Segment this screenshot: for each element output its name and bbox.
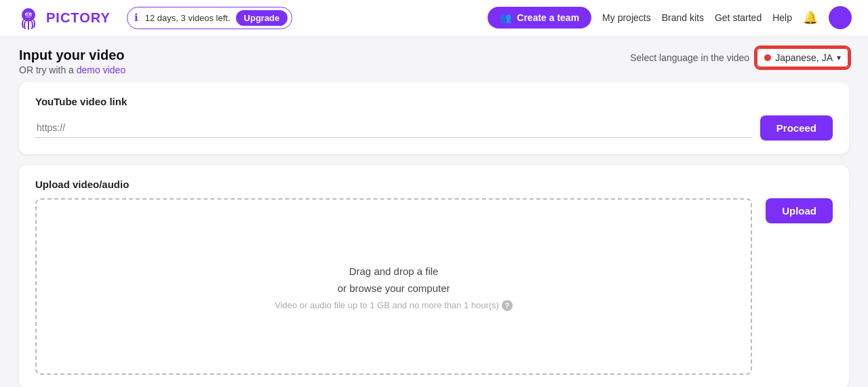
- subtitle-prefix: OR try with a: [19, 64, 74, 75]
- info-icon: ℹ: [134, 12, 138, 24]
- bell-icon[interactable]: 🔔: [803, 10, 818, 25]
- page-subtitle: OR try with a demo video: [19, 64, 125, 75]
- header: PICTORY ℹ 12 days, 3 videos left. Upgrad…: [0, 0, 868, 35]
- avatar[interactable]: [829, 6, 852, 29]
- upgrade-button[interactable]: Upgrade: [236, 10, 288, 26]
- lang-dot: [764, 54, 771, 61]
- lang-select-label: Select language in the video: [630, 52, 749, 63]
- language-selector[interactable]: Japanese, JA ▾: [756, 48, 849, 68]
- logo-icon: [16, 5, 41, 30]
- drag-drop-text-sub: Video or audio file up to 1 GB and no mo…: [275, 300, 513, 311]
- upload-dropzone[interactable]: Drag and drop a file or browse your comp…: [35, 198, 752, 375]
- page-title: Input your video: [19, 48, 125, 63]
- upload-button[interactable]: Upload: [766, 198, 833, 223]
- trial-text: 12 days, 3 videos left.: [145, 13, 231, 23]
- create-team-label: Create a team: [517, 12, 579, 23]
- nav-help[interactable]: Help: [772, 12, 792, 23]
- upload-row: Drag and drop a file or browse your comp…: [35, 198, 833, 375]
- youtube-input-row: Proceed: [35, 115, 833, 141]
- sub-header: Input your video OR try with a demo vide…: [0, 35, 868, 82]
- demo-video-link[interactable]: demo video: [77, 64, 125, 75]
- create-team-button[interactable]: 👥 Create a team: [488, 7, 591, 29]
- youtube-card: YouTube video link Proceed: [19, 82, 849, 154]
- page-title-block: Input your video OR try with a demo vide…: [19, 48, 125, 75]
- youtube-card-title: YouTube video link: [35, 96, 833, 107]
- upload-card-title: Upload video/audio: [35, 179, 833, 190]
- upload-card: Upload video/audio Drag and drop a file …: [19, 165, 849, 387]
- team-icon: 👥: [500, 12, 511, 23]
- svg-point-4: [26, 14, 28, 16]
- nav-my-projects[interactable]: My projects: [602, 12, 651, 23]
- drag-drop-text-main: Drag and drop a file or browse your comp…: [338, 263, 450, 297]
- help-icon[interactable]: ?: [502, 300, 513, 311]
- trial-badge: ℹ 12 days, 3 videos left. Upgrade: [127, 7, 292, 29]
- chevron-down-icon: ▾: [837, 53, 841, 62]
- youtube-url-input[interactable]: [35, 118, 752, 138]
- svg-point-5: [31, 14, 32, 16]
- main-content: YouTube video link Proceed Upload video/…: [0, 82, 868, 387]
- nav-get-started[interactable]: Get started: [715, 12, 762, 23]
- proceed-button[interactable]: Proceed: [760, 115, 833, 141]
- nav-brand-kits[interactable]: Brand kits: [662, 12, 704, 23]
- lang-label: Japanese, JA: [775, 52, 833, 63]
- logo[interactable]: PICTORY: [16, 5, 111, 30]
- logo-text: PICTORY: [46, 10, 111, 26]
